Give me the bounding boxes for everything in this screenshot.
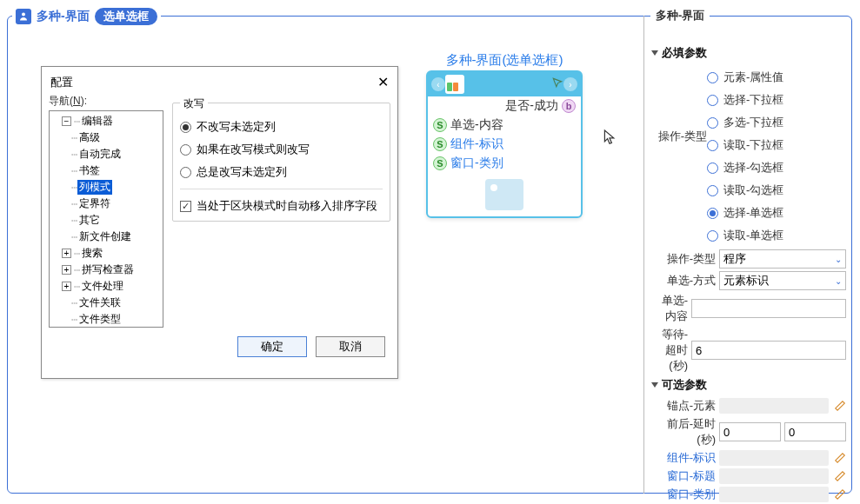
port-label: 单选-内容 bbox=[450, 117, 503, 133]
section-required[interactable]: 必填参数 bbox=[651, 45, 846, 61]
radio-no-overwrite[interactable]: 不改写未选定列 bbox=[180, 119, 383, 135]
tree-item-filetype[interactable]: ┄文件类型 bbox=[51, 311, 161, 328]
operation-type-group: 操作-类型 元素-属性值选择-下拉框多选-下拉框读取-下拉框选择-勾选框读取-勾… bbox=[651, 66, 846, 247]
section-optional[interactable]: 可选参数 bbox=[651, 377, 846, 393]
node-title: 多种-界面(选单选框) bbox=[426, 52, 583, 69]
port-label: 是否-成功 bbox=[505, 98, 558, 114]
row-timeout: 等待-超时(秒) bbox=[651, 327, 846, 374]
radio-label: 选择-单选框 bbox=[723, 205, 783, 221]
radio-option[interactable]: 选择-下拉框 bbox=[707, 89, 846, 111]
app-title: 多种-界面 bbox=[37, 9, 90, 24]
workflow-node[interactable]: 多种-界面(选单选框) ‹ › 是否-成功 b S 单选-内容 S 组件-标识 … bbox=[426, 52, 583, 218]
select-value: 程序 bbox=[723, 251, 746, 267]
radio-option[interactable]: 选择-勾选框 bbox=[707, 156, 846, 179]
port-string-icon[interactable]: S bbox=[433, 118, 447, 132]
label-win-class[interactable]: 窗口-类别 bbox=[651, 487, 716, 502]
radio-always[interactable]: 总是改写未选定列 bbox=[180, 164, 383, 180]
nav-tree[interactable]: −┄编辑器 ┄高级 ┄自动完成 ┄书签 ┄列模式 ┄定界符 ┄其它 ┄新文件创建… bbox=[49, 110, 163, 328]
input-delay-after[interactable] bbox=[784, 422, 846, 441]
input-delay-before[interactable] bbox=[719, 422, 781, 441]
row-anchor: 锚点-元素 bbox=[651, 398, 846, 414]
tree-item-spell[interactable]: +┄拼写检查器 bbox=[51, 262, 161, 278]
label-op-type: 操作-类型 bbox=[651, 251, 716, 267]
radio-label: 读取-下拉框 bbox=[723, 137, 783, 153]
expand-icon[interactable]: + bbox=[62, 249, 71, 258]
checkbox-icon: ✓ bbox=[180, 201, 191, 212]
radio-option[interactable]: 读取-下拉框 bbox=[707, 134, 846, 156]
tree-item-delim[interactable]: ┄定界符 bbox=[51, 196, 161, 212]
row-delay: 前后-延时(秒) bbox=[651, 416, 846, 448]
chevron-right-icon[interactable]: › bbox=[563, 77, 577, 91]
tree-item-bookmark[interactable]: ┄书签 bbox=[51, 162, 161, 179]
tree-item-fileassoc[interactable]: ┄文件关联 bbox=[51, 295, 161, 311]
edit-icon[interactable] bbox=[834, 452, 846, 464]
comp-id-value[interactable] bbox=[719, 450, 829, 466]
port-class: S 窗口-类别 bbox=[428, 154, 581, 173]
node-type-icon bbox=[445, 75, 464, 94]
radio-icon bbox=[180, 144, 191, 156]
radio-label: 读取-单选框 bbox=[723, 228, 783, 243]
port-bool-icon[interactable]: b bbox=[562, 99, 576, 113]
nav-label: 导航(N): bbox=[49, 94, 163, 109]
tree-item-filehandle[interactable]: +┄文件处理 bbox=[51, 278, 161, 295]
win-title-value[interactable] bbox=[719, 468, 829, 484]
tree-item-advanced[interactable]: ┄高级 bbox=[51, 129, 161, 146]
port-string-icon[interactable]: S bbox=[433, 156, 447, 170]
win-class-value[interactable] bbox=[719, 487, 829, 502]
tree-item-autocomplete[interactable]: ┄自动完成 bbox=[51, 146, 161, 162]
label-win-title[interactable]: 窗口-标题 bbox=[651, 468, 716, 484]
row-select-mode: 单选-方式 元素标识 ⌄ bbox=[651, 271, 846, 290]
radio-icon bbox=[707, 72, 718, 83]
label-comp-id[interactable]: 组件-标识 bbox=[651, 450, 716, 466]
label-select-mode: 单选-方式 bbox=[651, 273, 716, 288]
radio-icon bbox=[707, 185, 718, 196]
cancel-button[interactable]: 取消 bbox=[316, 336, 385, 357]
edit-icon[interactable] bbox=[834, 488, 846, 501]
radio-if-mode[interactable]: 如果在改写模式则改写 bbox=[180, 142, 383, 157]
radio-option[interactable]: 读取-勾选框 bbox=[707, 179, 846, 202]
chevron-down-icon: ⌄ bbox=[835, 276, 842, 286]
edit-icon[interactable] bbox=[834, 400, 846, 412]
tree-item-newfile[interactable]: ┄新文件创建 bbox=[51, 229, 161, 245]
close-icon[interactable]: ✕ bbox=[377, 74, 389, 90]
chevron-left-icon[interactable]: ‹ bbox=[431, 77, 445, 91]
select-mode[interactable]: 元素标识 ⌄ bbox=[719, 271, 846, 290]
label-select-content: 单选-内容 bbox=[651, 293, 688, 324]
app-header: 多种-界面 选单选框 bbox=[12, 8, 161, 25]
select-op-type[interactable]: 程序 ⌄ bbox=[719, 249, 846, 269]
radio-group-label: 操作-类型 bbox=[651, 66, 707, 144]
edit-icon[interactable] bbox=[834, 470, 846, 482]
radio-label: 选择-下拉框 bbox=[723, 92, 783, 108]
radio-label: 元素-属性值 bbox=[723, 70, 783, 85]
tree-item-editor[interactable]: −┄编辑器 bbox=[51, 113, 161, 129]
tree-item-colmode[interactable]: ┄列模式 bbox=[51, 179, 161, 196]
node-body: ‹ › 是否-成功 b S 单选-内容 S 组件-标识 S 窗口-类别 bbox=[426, 70, 583, 218]
input-timeout[interactable] bbox=[691, 341, 846, 360]
tree-item-other[interactable]: ┄其它 bbox=[51, 212, 161, 229]
svg-point-0 bbox=[22, 13, 25, 17]
person-icon bbox=[16, 9, 31, 24]
collapse-icon[interactable]: − bbox=[62, 116, 71, 126]
anchor-value[interactable] bbox=[719, 398, 829, 414]
port-string-icon[interactable]: S bbox=[433, 137, 447, 151]
check-auto-sort[interactable]: ✓当处于区块模式时自动移入排序字段 bbox=[180, 198, 383, 214]
expand-icon[interactable]: + bbox=[62, 265, 71, 275]
radio-icon bbox=[180, 122, 191, 133]
radio-icon bbox=[707, 117, 718, 129]
node-header: ‹ › bbox=[428, 72, 581, 96]
ok-button[interactable]: 确定 bbox=[237, 336, 307, 357]
tree-item-search[interactable]: +┄搜索 bbox=[51, 245, 161, 262]
radio-option[interactable]: 选择-单选框 bbox=[707, 202, 846, 224]
port-success: 是否-成功 b bbox=[428, 96, 581, 116]
radio-icon bbox=[707, 95, 718, 106]
config-dialog: 配置 ✕ 导航(N): −┄编辑器 ┄高级 ┄自动完成 ┄书签 ┄列模式 ┄定界… bbox=[41, 66, 398, 379]
panel-title: 多种-界面 bbox=[650, 8, 710, 23]
radio-option[interactable]: 读取-单选框 bbox=[707, 224, 846, 247]
radio-option[interactable]: 多选-下拉框 bbox=[707, 111, 846, 134]
radio-option[interactable]: 元素-属性值 bbox=[707, 66, 846, 89]
label-anchor: 锚点-元素 bbox=[651, 398, 716, 414]
port-label: 组件-标识 bbox=[450, 136, 503, 152]
input-select-content[interactable] bbox=[691, 299, 846, 318]
expand-icon[interactable]: + bbox=[62, 282, 71, 291]
row-win-class: 窗口-类别 bbox=[651, 487, 846, 502]
